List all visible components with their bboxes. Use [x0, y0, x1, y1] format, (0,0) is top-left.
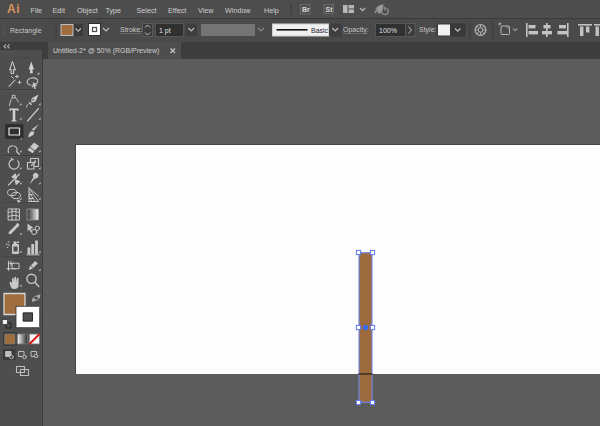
svg-text:Stroke:: Stroke: [120, 26, 142, 33]
svg-text:Basic: Basic [311, 27, 329, 34]
svg-text:100%: 100% [379, 27, 397, 34]
svg-text:St: St [326, 6, 334, 13]
svg-text:Style:: Style: [419, 26, 437, 34]
svg-text:1 pt: 1 pt [159, 27, 171, 35]
svg-text:Opacity:: Opacity: [343, 26, 369, 34]
svg-text:Br: Br [302, 6, 310, 13]
